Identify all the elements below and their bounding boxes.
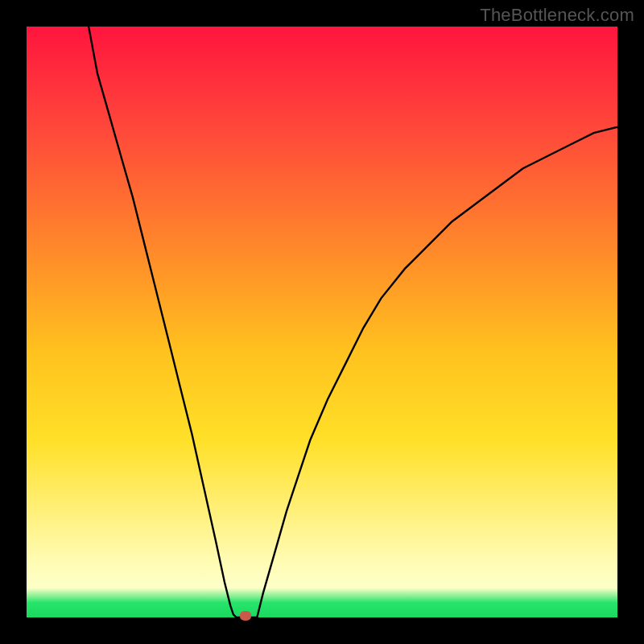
watermark-text: TheBottleneck.com xyxy=(480,5,634,26)
optimum-marker xyxy=(240,611,251,621)
bottleneck-curve xyxy=(27,27,617,617)
curve-right-branch xyxy=(257,127,617,617)
plot-area xyxy=(27,27,617,617)
curve-left-branch xyxy=(89,27,237,617)
chart-frame: TheBottleneck.com xyxy=(0,0,644,644)
